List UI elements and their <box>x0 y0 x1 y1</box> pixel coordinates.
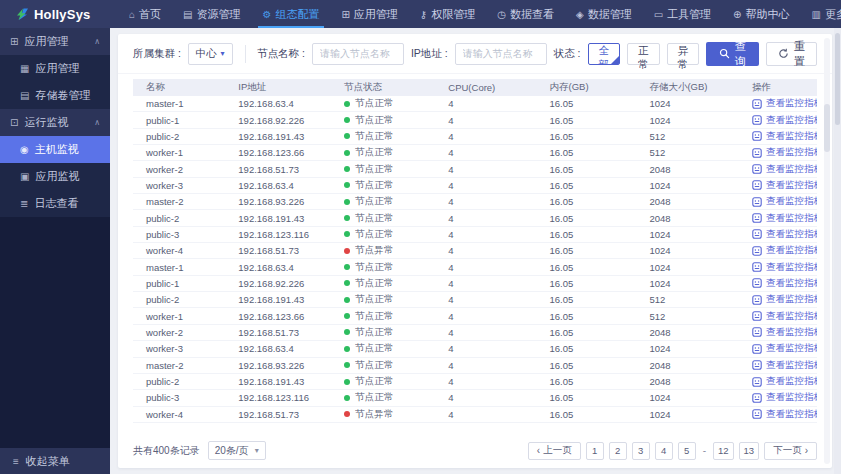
view-metrics-link[interactable]: 查看监控指标 <box>752 375 817 388</box>
cell-status: 节点正常 <box>331 114 435 127</box>
status-dot-icon <box>344 231 350 237</box>
sidebar-group-0[interactable]: ⊞应用管理∧ <box>0 28 110 55</box>
ip-input[interactable] <box>455 43 547 65</box>
page-button-12[interactable]: 12 <box>713 442 734 460</box>
nav-item-0[interactable]: ⌂首页 <box>118 0 172 28</box>
page-scrollbar-thumb[interactable] <box>835 33 840 125</box>
page-button-4[interactable]: 4 <box>655 442 673 460</box>
sidebar-item[interactable]: ▣应用监视 <box>0 163 110 190</box>
sidebar-item[interactable]: ≣日志查看 <box>0 190 110 217</box>
cell-memory: 16.05 <box>537 115 637 126</box>
search-button[interactable]: 查询 <box>706 42 759 66</box>
view-metrics-link[interactable]: 查看监控指标 <box>752 163 817 176</box>
view-metrics-link[interactable]: 查看监控指标 <box>752 310 817 323</box>
view-metrics-link[interactable]: 查看监控指标 <box>752 244 817 257</box>
view-metrics-label: 查看监控指标 <box>766 212 817 225</box>
page-button-1[interactable]: 1 <box>586 442 604 460</box>
nav-item-1[interactable]: ▤资源管理 <box>172 0 251 28</box>
sidebar-item-label: 应用监视 <box>35 169 79 184</box>
sidebar-item[interactable]: ▦应用管理 <box>0 55 110 82</box>
status-dot-icon <box>344 215 350 221</box>
view-metrics-link[interactable]: 查看监控指标 <box>752 277 817 290</box>
cell-name: public-2 <box>133 294 225 305</box>
view-metrics-link[interactable]: 查看监控指标 <box>752 261 817 274</box>
sidebar-item[interactable]: ▤存储卷管理 <box>0 82 110 109</box>
view-metrics-link[interactable]: 查看监控指标 <box>752 114 817 127</box>
view-metrics-link[interactable]: 查看监控指标 <box>752 195 817 208</box>
view-metrics-link[interactable]: 查看监控指标 <box>752 212 817 225</box>
view-metrics-link[interactable]: 查看监控指标 <box>752 130 817 143</box>
status-option-1[interactable]: 正常 <box>627 43 660 65</box>
cell-action: 查看监控指标 <box>739 326 817 339</box>
cell-ip: 192.168.93.226 <box>225 360 331 371</box>
view-metrics-link[interactable]: 查看监控指标 <box>752 179 817 192</box>
page-button-2[interactable]: 2 <box>609 442 627 460</box>
nav-item-5[interactable]: ◷数据查看 <box>486 0 565 28</box>
cell-name: public-1 <box>133 115 225 126</box>
sidebar-item-label: 日志查看 <box>34 196 78 211</box>
table-row: master-2192.168.93.226节点正常416.052048查看监控… <box>133 194 817 210</box>
page-size-select[interactable]: 20条/页 ▾ <box>208 441 266 460</box>
next-page-button[interactable]: 下一页 › <box>764 442 817 460</box>
cell-name: master-2 <box>133 196 225 207</box>
cell-ip: 192.168.123.116 <box>225 392 331 403</box>
prev-page-button[interactable]: ‹ 上一页 <box>528 442 581 460</box>
sidebar-group-1[interactable]: ⊡运行监视∧ <box>0 109 110 136</box>
page-button-5[interactable]: 5 <box>678 442 696 460</box>
chevron-down-icon: ▾ <box>221 49 225 58</box>
cell-memory: 16.05 <box>537 278 637 289</box>
nav-item-9[interactable]: ▥更多▾ <box>800 0 841 28</box>
status-option-2[interactable]: 异常 <box>667 43 700 65</box>
nav-item-8[interactable]: ⊕帮助中心 <box>722 0 800 28</box>
status-option-0[interactable]: 全部状态 <box>588 43 621 65</box>
cell-name: worker-1 <box>133 147 225 158</box>
nav-item-label: 首页 <box>139 7 161 22</box>
cluster-select[interactable]: 中心 ▾ <box>188 43 233 65</box>
reset-button[interactable]: 重置 <box>766 42 817 66</box>
page-button-3[interactable]: 3 <box>632 442 650 460</box>
cell-storage: 1024 <box>636 278 739 289</box>
nav-item-3[interactable]: ⊞应用管理 <box>330 0 408 28</box>
cell-memory: 16.05 <box>537 180 637 191</box>
monitor-icon <box>752 409 762 419</box>
collapse-menu-button[interactable]: ≡ 收起菜单 <box>0 448 110 474</box>
view-metrics-link[interactable]: 查看监控指标 <box>752 97 817 110</box>
node-name-input[interactable] <box>312 43 404 65</box>
view-metrics-link[interactable]: 查看监控指标 <box>752 146 817 159</box>
nav-item-2[interactable]: ⚙组态配置 <box>252 0 331 28</box>
view-metrics-link[interactable]: 查看监控指标 <box>752 391 817 404</box>
cell-action: 查看监控指标 <box>739 179 817 192</box>
view-metrics-link[interactable]: 查看监控指标 <box>752 228 817 241</box>
view-metrics-link[interactable]: 查看监控指标 <box>752 326 817 339</box>
hamburger-icon: ≡ <box>13 456 19 467</box>
page-scrollbar-track[interactable] <box>834 28 841 474</box>
page-button-13[interactable]: 13 <box>739 442 760 460</box>
cell-storage: 1024 <box>636 343 739 354</box>
table-row: master-2192.168.93.226节点正常416.052048查看监控… <box>133 358 817 374</box>
view-metrics-label: 查看监控指标 <box>766 326 817 339</box>
status-text: 节点正常 <box>355 261 393 274</box>
nav-item-6[interactable]: ◈数据管理 <box>565 0 643 28</box>
monitor-icon <box>752 344 762 354</box>
view-metrics-link[interactable]: 查看监控指标 <box>752 293 817 306</box>
monitor-icon <box>752 197 762 207</box>
nav-item-7[interactable]: ▭工具管理 <box>643 0 722 28</box>
card-scrollbar-thumb[interactable] <box>824 104 830 152</box>
sidebar-item[interactable]: ◉主机监视 <box>0 136 110 163</box>
view-metrics-link[interactable]: 查看监控指标 <box>752 359 817 372</box>
cell-memory: 16.05 <box>537 262 637 273</box>
pagination-pages: 12345-1213 <box>586 442 760 460</box>
view-metrics-link[interactable]: 查看监控指标 <box>752 408 817 421</box>
view-metrics-link[interactable]: 查看监控指标 <box>752 342 817 355</box>
cell-storage: 512 <box>636 294 739 305</box>
chevron-up-icon: ∧ <box>94 118 100 127</box>
sidebar-menu: ⊞应用管理∧▦应用管理▤存储卷管理⊡运行监视∧◉主机监视▣应用监视≣日志查看 <box>0 28 110 217</box>
monitor-icon <box>752 246 762 256</box>
cell-memory: 16.05 <box>537 327 637 338</box>
cell-storage: 1024 <box>636 392 739 403</box>
cell-name: public-1 <box>133 278 225 289</box>
cell-cpu: 4 <box>435 245 536 256</box>
node-name-label: 节点名称 : <box>257 47 305 61</box>
card-scrollbar-track[interactable] <box>824 38 830 464</box>
nav-item-4[interactable]: ⚷权限管理 <box>409 0 486 28</box>
